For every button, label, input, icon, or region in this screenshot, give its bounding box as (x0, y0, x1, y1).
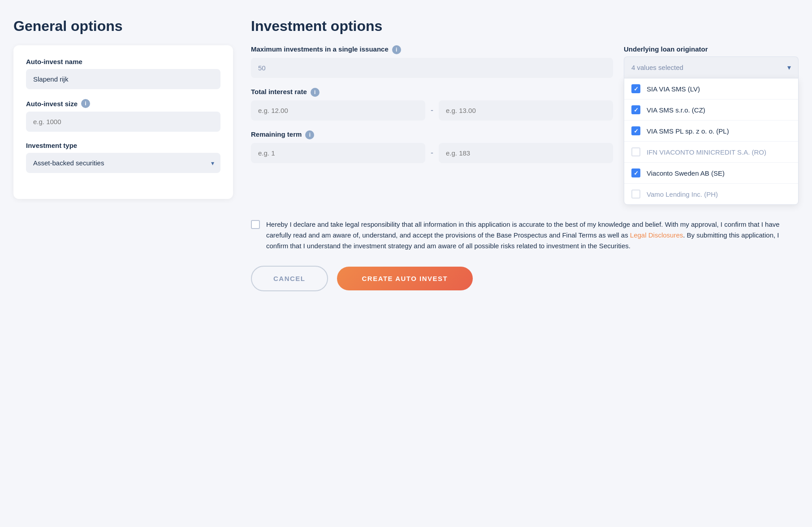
type-field-group: Investment type Asset-backed securities … (26, 142, 220, 173)
max-single-info-icon[interactable]: i (392, 45, 401, 54)
term-field: Remaining term i - (251, 130, 613, 163)
dropdown-item-via-sms-pl[interactable]: VIA SMS PL sp. z o. o. (PL) (624, 121, 798, 142)
dropdown-item-via-sms-sro-cz[interactable]: VIA SMS s.r.o. (CZ) (624, 99, 798, 121)
checkbox-via-sms-pl[interactable] (631, 126, 640, 135)
interest-field: Total interest rate i - (251, 88, 613, 121)
term-range: - (251, 143, 613, 163)
term-to-input[interactable] (439, 143, 613, 163)
checkbox-viaconto-sweden[interactable] (631, 168, 640, 177)
declaration-row: Hereby I declare and take legal responsi… (251, 219, 799, 251)
declaration-checkbox[interactable] (251, 220, 260, 229)
item-label-sia-via-sms-lv: SIA VIA SMS (LV) (647, 85, 700, 93)
interest-label: Total interest rate i (251, 88, 613, 97)
originator-dropdown-column: Underlying loan originator 4 values sele… (624, 45, 799, 205)
interest-range: - (251, 100, 613, 121)
dropdown-item-viaconto-sweden[interactable]: Viaconto Sweden AB (SE) (624, 163, 798, 184)
interest-to-input[interactable] (439, 100, 613, 121)
size-label: Auto-invest size i (26, 99, 220, 108)
originator-select-box[interactable]: 4 values selected ▾ (624, 56, 799, 78)
size-input[interactable] (26, 112, 220, 132)
declaration-text: Hereby I declare and take legal responsi… (266, 219, 799, 251)
investment-options-panel: Investment options Maximum investments i… (251, 18, 799, 291)
max-single-field: Maximum investments in a single issuance… (251, 45, 613, 78)
size-info-icon[interactable]: i (81, 99, 90, 108)
interest-range-dash: - (431, 106, 433, 115)
type-label: Investment type (26, 142, 220, 149)
item-label-via-sms-sro-cz: VIA SMS s.r.o. (CZ) (647, 106, 705, 114)
type-select[interactable]: Asset-backed securities (26, 153, 220, 173)
button-row: CANCEL CREATE AUTO INVEST (251, 266, 799, 291)
item-label-vamo-lending: Vamo Lending Inc. (PH) (647, 190, 718, 198)
interest-info-icon[interactable]: i (311, 88, 320, 97)
investment-body: Maximum investments in a single issuance… (251, 45, 799, 205)
term-range-dash: - (431, 148, 433, 158)
general-title: General options (13, 18, 233, 35)
interest-from-input[interactable] (251, 100, 425, 121)
originator-dropdown-list: SIA VIA SMS (LV)VIA SMS s.r.o. (CZ)VIA S… (624, 78, 799, 205)
max-single-label: Maximum investments in a single issuance… (251, 45, 613, 54)
item-label-ifn-viaconto: IFN VIACONTO MINICREDIT S.A. (RO) (647, 148, 766, 156)
checkbox-via-sms-sro-cz[interactable] (631, 105, 640, 114)
dropdown-item-sia-via-sms-lv[interactable]: SIA VIA SMS (LV) (624, 78, 798, 99)
investment-fields: Maximum investments in a single issuance… (251, 45, 613, 205)
investment-title: Investment options (251, 18, 799, 35)
checkbox-sia-via-sms-lv[interactable] (631, 84, 640, 93)
term-from-input[interactable] (251, 143, 425, 163)
item-label-via-sms-pl: VIA SMS PL sp. z o. o. (PL) (647, 127, 729, 135)
item-label-viaconto-sweden: Viaconto Sweden AB (SE) (647, 169, 725, 177)
general-options-panel: General options Auto-invest name Auto-in… (13, 18, 233, 291)
page-layout: General options Auto-invest name Auto-in… (13, 18, 799, 291)
name-input[interactable] (26, 69, 220, 89)
create-auto-invest-button[interactable]: CREATE AUTO INVEST (337, 267, 473, 290)
cancel-button[interactable]: CANCEL (251, 266, 328, 291)
originator-label: Underlying loan originator (624, 45, 799, 53)
bottom-section: Hereby I declare and take legal responsi… (251, 219, 799, 291)
name-label: Auto-invest name (26, 58, 220, 65)
dropdown-item-vamo-lending[interactable]: Vamo Lending Inc. (PH) (624, 184, 798, 204)
dropdown-item-ifn-viaconto[interactable]: IFN VIACONTO MINICREDIT S.A. (RO) (624, 142, 798, 163)
size-field-group: Auto-invest size i (26, 99, 220, 132)
general-card: Auto-invest name Auto-invest size i Inve… (13, 45, 233, 199)
originator-dropdown-arrow-icon: ▾ (787, 63, 791, 72)
legal-disclosures-link[interactable]: Legal Disclosures (630, 231, 683, 239)
name-field-group: Auto-invest name (26, 58, 220, 89)
checkbox-ifn-viaconto[interactable] (631, 147, 640, 156)
term-label: Remaining term i (251, 130, 613, 139)
term-info-icon[interactable]: i (305, 130, 314, 139)
max-single-input[interactable] (251, 58, 613, 78)
originator-selected-text: 4 values selected (631, 64, 683, 71)
checkbox-vamo-lending[interactable] (631, 190, 640, 199)
type-select-wrapper: Asset-backed securities ▾ (26, 153, 220, 173)
